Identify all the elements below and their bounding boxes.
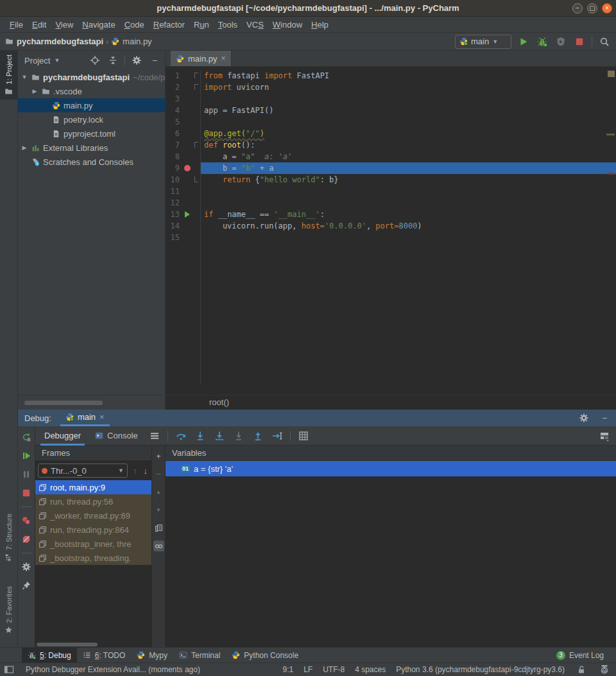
toolwindow-tab-mypy[interactable]: Mypy bbox=[131, 648, 173, 663]
stripe-button-structure[interactable]: 7: Structure bbox=[0, 510, 17, 566]
code-line-12[interactable]: 12 bbox=[166, 197, 616, 209]
code-area[interactable]: 1from fastapi import FastAPI2import uvic… bbox=[166, 67, 616, 395]
tree-expand-icon[interactable]: ▶ bbox=[21, 144, 28, 151]
hector-button[interactable] bbox=[598, 663, 611, 676]
tree-item-External-Libraries[interactable]: ▶External Libraries bbox=[18, 141, 165, 155]
frame-row[interactable]: _worker, thread.py:69 bbox=[35, 508, 151, 523]
step-over-button[interactable] bbox=[175, 429, 187, 442]
frame-row[interactable]: _bootstrap, threading. bbox=[35, 551, 151, 565]
fold-marker-icon[interactable] bbox=[194, 177, 198, 182]
tree-item-Scratches-and-Consoles[interactable]: Scratches and Consoles bbox=[18, 155, 165, 169]
move-watch-up-button[interactable]: ▲ bbox=[153, 487, 164, 498]
pause-program-button[interactable] bbox=[20, 468, 33, 481]
run-gutter-icon[interactable] bbox=[185, 211, 190, 218]
thread-selector[interactable]: Thr...-0_0 ▼ bbox=[38, 464, 128, 478]
toolwindow-tab-python-console[interactable]: Python Console bbox=[226, 648, 304, 663]
title-bar[interactable]: pycharmdebugfastapi [~/code/pycharmdebug… bbox=[0, 0, 616, 17]
debug-session-tab-main[interactable]: main × bbox=[60, 410, 110, 426]
tree-item-main-py[interactable]: main.py bbox=[18, 98, 165, 112]
code-line-9[interactable]: 9 b = "b" + a bbox=[166, 162, 616, 174]
inspection-indicator[interactable] bbox=[608, 71, 615, 77]
stripe-button-project[interactable]: 1: Project bbox=[0, 51, 17, 100]
fold-marker-icon[interactable] bbox=[194, 84, 198, 90]
event-log-button[interactable]: 3Event Log bbox=[551, 648, 610, 663]
next-frame-button[interactable]: ↓ bbox=[142, 466, 150, 476]
lock-button[interactable] bbox=[575, 663, 588, 676]
code-line-5[interactable]: 5 bbox=[166, 116, 616, 128]
collapse-all-button[interactable] bbox=[107, 54, 119, 67]
locate-file-button[interactable] bbox=[89, 54, 101, 67]
duplicate-watch-button[interactable] bbox=[153, 523, 164, 533]
code-line-2[interactable]: 2import uvicorn bbox=[166, 82, 616, 93]
step-into-my-code-button[interactable] bbox=[213, 429, 226, 442]
project-settings-button[interactable] bbox=[130, 54, 143, 67]
status-message[interactable]: Python Debugger Extension Avail... (mome… bbox=[26, 665, 200, 674]
code-line-6[interactable]: 6@app.get("/") bbox=[166, 128, 616, 139]
close-button[interactable]: × bbox=[602, 3, 612, 13]
horizontal-scrollbar-thumb[interactable] bbox=[24, 401, 103, 405]
tab-debugger[interactable]: Debugger bbox=[40, 426, 85, 446]
show-watches-button[interactable] bbox=[153, 541, 164, 551]
restore-layout-button[interactable] bbox=[598, 429, 611, 442]
fold-gutter[interactable] bbox=[193, 139, 201, 151]
run-configuration-selector[interactable]: main ▼ bbox=[455, 35, 511, 49]
project-view-selector[interactable]: Project bbox=[24, 56, 50, 65]
view-breakpoints-button[interactable] bbox=[20, 514, 33, 527]
menu-file[interactable]: File bbox=[5, 20, 28, 30]
previous-frame-button[interactable]: ↑ bbox=[132, 466, 139, 476]
menu-window[interactable]: Window bbox=[268, 20, 307, 30]
code-line-14[interactable]: 14 uvicorn.run(app, host='0.0.0.0', port… bbox=[166, 220, 616, 232]
force-step-into-button[interactable] bbox=[232, 429, 245, 442]
frame-row[interactable]: root, main.py:9 bbox=[35, 480, 151, 494]
stripe-button-favorites[interactable]: 2: Favorites bbox=[0, 582, 17, 638]
status-line-separator[interactable]: LF bbox=[304, 665, 312, 674]
run-to-cursor-button[interactable] bbox=[271, 429, 284, 442]
close-icon[interactable]: × bbox=[221, 54, 226, 63]
menu-vcs[interactable]: VCS bbox=[242, 20, 268, 30]
tab-main-py[interactable]: main.py × bbox=[171, 51, 232, 66]
code-line-7[interactable]: 7def root(): bbox=[166, 139, 616, 151]
menu-tools[interactable]: Tools bbox=[214, 20, 242, 30]
menu-help[interactable]: Help bbox=[307, 20, 333, 30]
code-line-11[interactable]: 11 bbox=[166, 186, 616, 197]
stop-process-button[interactable] bbox=[20, 487, 33, 499]
status-file-encoding[interactable]: UTF-8 bbox=[323, 665, 345, 674]
frames-hscrollbar-thumb[interactable] bbox=[37, 643, 98, 646]
menu-code[interactable]: Code bbox=[120, 20, 149, 30]
status-python-interpreter[interactable]: Python 3.6 (pycharmdebugfastapi-9cdjtyrg… bbox=[396, 665, 565, 674]
status-caret-position[interactable]: 9:1 bbox=[282, 665, 293, 674]
breadcrumb-main-py[interactable]: main.py bbox=[111, 37, 152, 46]
stop-button[interactable] bbox=[573, 35, 586, 48]
toggle-toolwindows-icon[interactable] bbox=[4, 664, 14, 675]
breadcrumb-pycharmdebugfastapi[interactable]: pycharmdebugfastapi bbox=[5, 37, 103, 46]
toolwindow-tab-5-debug[interactable]: 5: Debug bbox=[22, 648, 77, 663]
code-line-4[interactable]: 4app = FastAPI() bbox=[166, 105, 616, 116]
step-out-button[interactable] bbox=[252, 429, 264, 442]
tree-item-pycharmdebugfastapi[interactable]: ▼pycharmdebugfastapi ~/code/pycharmdebug… bbox=[18, 70, 165, 84]
fold-gutter[interactable] bbox=[193, 174, 201, 186]
layout-options-button[interactable] bbox=[148, 429, 161, 442]
breadcrumb-scope[interactable]: root() bbox=[209, 395, 229, 410]
debugger-settings-button[interactable] bbox=[20, 560, 33, 573]
menu-edit[interactable]: Edit bbox=[28, 20, 51, 30]
tab-console[interactable]: Console bbox=[91, 426, 142, 446]
add-watch-button[interactable]: + bbox=[153, 451, 164, 462]
code-line-13[interactable]: 13if __name__ == '__main__': bbox=[166, 209, 616, 220]
pin-tab-button[interactable] bbox=[20, 579, 33, 592]
debug-settings-button[interactable] bbox=[578, 412, 590, 424]
tree-expand-icon[interactable]: ▼ bbox=[21, 74, 28, 80]
run-button[interactable] bbox=[517, 35, 530, 48]
fold-gutter[interactable] bbox=[193, 82, 201, 93]
variable-row[interactable]: 01a = {str} 'a' bbox=[166, 461, 616, 476]
maximize-button[interactable]: ▢ bbox=[587, 3, 597, 13]
remove-watch-button[interactable]: − bbox=[153, 469, 164, 480]
breakpoint-gutter[interactable] bbox=[182, 162, 193, 174]
debug-button[interactable] bbox=[536, 35, 549, 48]
frame-row[interactable]: run, threading.py:864 bbox=[35, 523, 151, 537]
tree-expand-icon[interactable]: ▶ bbox=[31, 88, 38, 94]
breakpoint-stripe-mark[interactable] bbox=[607, 173, 615, 175]
tree-item--vscode[interactable]: ▶.vscode bbox=[18, 84, 165, 98]
tree-item-pyproject-toml[interactable]: pyproject.toml bbox=[18, 126, 165, 141]
hide-debug-button[interactable]: − bbox=[598, 412, 611, 424]
tree-item-poetry-lock[interactable]: poetry.lock bbox=[18, 112, 165, 126]
